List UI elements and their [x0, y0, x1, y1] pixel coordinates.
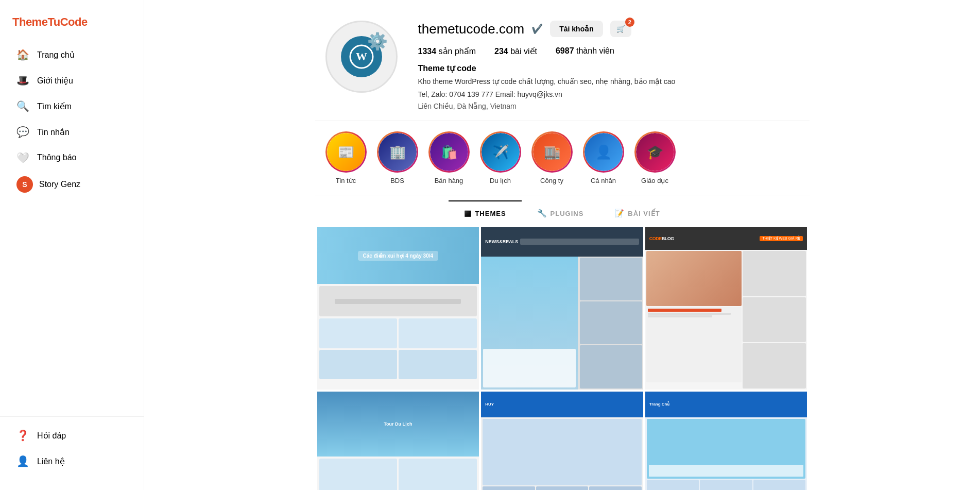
- profile-description: Kho theme WordPress tự code chất lượng, …: [418, 76, 799, 87]
- profile-avatar-wrap: W ⚙️: [325, 21, 398, 93]
- sidebar: ThemeTuCode 🏠 Trang chủ 🎩 Giới thiệu 🔍 T…: [0, 0, 144, 490]
- story-tin-tuc[interactable]: 📰 Tin tức: [325, 131, 367, 184]
- sidebar-label-trang-chu: Trang chủ: [37, 50, 75, 60]
- story-label-giao-duc: Giáo dục: [641, 177, 668, 184]
- plugins-icon: 🔧: [537, 209, 547, 218]
- story-giao-duc[interactable]: 🎓 Giáo dục: [634, 131, 676, 184]
- profile-location: Liên Chiều, Đà Nẵng, Vietnam: [418, 102, 799, 110]
- profile-contact: Tel, Zalo: 0704 139 777 Email: huyvq@jks…: [418, 89, 799, 100]
- tab-plugins[interactable]: 🔧 Plugins: [522, 200, 599, 225]
- sidebar-item-hoi-dap[interactable]: ❓ Hỏi đáp: [4, 423, 140, 448]
- verified-badge-icon: ✔️: [531, 23, 543, 35]
- posts-icon: 📝: [614, 209, 625, 218]
- story-cong-ty[interactable]: 🏬 Công ty: [531, 131, 573, 184]
- grid-item-6[interactable]: Trang Chủ: [645, 392, 807, 490]
- story-label-bds: BDS: [390, 177, 404, 184]
- story-label-cong-ty: Công ty: [540, 177, 563, 184]
- sidebar-item-thong-bao[interactable]: 🤍 Thông báo: [4, 145, 140, 170]
- sidebar-nav: 🏠 Trang chủ 🎩 Giới thiệu 🔍 Tìm kiếm 💬 Ti…: [0, 41, 144, 406]
- grid-row: Các điểm xui hợi 4 ngày 30/4: [317, 227, 807, 490]
- cart-badge: 2: [625, 18, 634, 27]
- grid-item-1[interactable]: Các điểm xui hợi 4 ngày 30/4: [317, 227, 479, 390]
- tab-plugins-label: Plugins: [551, 210, 584, 217]
- story-label-ca-nhan: Cá nhân: [591, 177, 616, 184]
- sidebar-label-thong-bao: Thông báo: [37, 153, 77, 162]
- account-button[interactable]: Tài khoản: [550, 21, 603, 37]
- heart-icon: 🤍: [16, 151, 29, 164]
- contact-icon: 👤: [16, 455, 29, 467]
- sidebar-item-tim-kiem[interactable]: 🔍 Tìm kiếm: [4, 94, 140, 119]
- sidebar-item-lien-he[interactable]: 👤 Liên hệ: [4, 449, 140, 474]
- grid-item-3[interactable]: CODEBLOG THIẾT KẾ WEB GIÁ RẺ: [645, 227, 807, 390]
- story-label-tin-tuc: Tin tức: [336, 177, 356, 184]
- tabs-row: ▦ Themes 🔧 Plugins 📝 Bài viết: [315, 200, 810, 225]
- grid-item-5[interactable]: HUY: [481, 392, 643, 490]
- grid-item-4[interactable]: Tour Du Lịch 2.000.000đ 3.000.000đ: [317, 392, 479, 490]
- svg-text:W: W: [356, 50, 367, 63]
- search-icon: 🔍: [16, 100, 29, 112]
- stat-posts: 234 bài viết: [494, 46, 537, 56]
- story-du-lich[interactable]: ✈️ Du lịch: [480, 131, 521, 184]
- tab-bai-viet[interactable]: 📝 Bài viết: [599, 200, 675, 225]
- story-label-ban-hang: Bán hàng: [435, 177, 463, 184]
- main-content: W ⚙️ themetucode.com ✔️ Tài khoản 🛒 2: [144, 0, 980, 490]
- gear-icon: ⚙️: [367, 31, 388, 51]
- sidebar-label-hoi-dap: Hỏi đáp: [37, 431, 66, 441]
- stat-members: 6987 thành viên: [556, 46, 614, 56]
- stories-row: 📰 Tin tức 🏢 BDS 🛍️ Bán hàng ✈️ Du lịch 🏬: [315, 121, 810, 195]
- story-circle-cong-ty: 🏬: [531, 131, 573, 173]
- profile-name: Theme tự code: [418, 63, 799, 73]
- story-ca-nhan[interactable]: 👤 Cá nhân: [583, 131, 624, 184]
- hat-icon: 🎩: [16, 74, 29, 87]
- sidebar-label-lien-he: Liên hệ: [37, 457, 65, 466]
- sidebar-item-trang-chu[interactable]: 🏠 Trang chủ: [4, 42, 140, 67]
- story-circle-du-lich: ✈️: [480, 131, 521, 173]
- profile-stats: 1334 sản phẩm 234 bài viết 6987 thành vi…: [418, 46, 799, 56]
- themes-icon: ▦: [464, 209, 472, 218]
- tab-themes[interactable]: ▦ Themes: [449, 200, 521, 225]
- story-circle-ban-hang: 🛍️: [428, 131, 470, 173]
- sidebar-label-tin-nhan: Tin nhắn: [37, 127, 70, 137]
- tab-bai-viet-label: Bài viết: [628, 210, 660, 217]
- sidebar-label-tim-kiem: Tìm kiếm: [37, 102, 72, 111]
- tab-themes-label: Themes: [475, 210, 506, 217]
- sidebar-label-gioi-thieu: Giới thiệu: [37, 76, 73, 86]
- sidebar-item-gioi-thieu[interactable]: 🎩 Giới thiệu: [4, 68, 140, 93]
- profile-header: W ⚙️ themetucode.com ✔️ Tài khoản 🛒 2: [315, 0, 810, 121]
- sidebar-item-tin-nhan[interactable]: 💬 Tin nhắn: [4, 120, 140, 144]
- stat-products: 1334 sản phẩm: [418, 46, 476, 56]
- story-genz-avatar: S: [16, 176, 33, 193]
- sidebar-item-story-genz[interactable]: S Story Genz: [4, 171, 140, 198]
- profile-avatar: W ⚙️: [325, 21, 398, 93]
- story-circle-tin-tuc: 📰: [325, 131, 367, 173]
- message-icon: 💬: [16, 126, 29, 138]
- sidebar-bottom: ❓ Hỏi đáp 👤 Liên hệ: [0, 416, 144, 480]
- home-icon: 🏠: [16, 48, 29, 61]
- app-logo: ThemeTuCode: [0, 10, 144, 41]
- story-bds[interactable]: 🏢 BDS: [377, 131, 418, 184]
- story-label-du-lich: Du lịch: [490, 177, 511, 184]
- story-circle-giao-duc: 🎓: [634, 131, 676, 173]
- profile-top-row: themetucode.com ✔️ Tài khoản 🛒 2: [418, 21, 799, 37]
- grid-section: Các điểm xui hợi 4 ngày 30/4: [315, 225, 810, 490]
- cart-button[interactable]: 🛒 2: [610, 21, 631, 37]
- story-ban-hang[interactable]: 🛍️ Bán hàng: [428, 131, 470, 184]
- profile-info: themetucode.com ✔️ Tài khoản 🛒 2 1334 sả…: [418, 21, 799, 110]
- profile-username: themetucode.com: [418, 21, 525, 37]
- question-icon: ❓: [16, 429, 29, 442]
- story-circle-ca-nhan: 👤: [583, 131, 624, 173]
- grid-item-2[interactable]: NEWS&REALS: [481, 227, 643, 390]
- story-genz-label: Story Genz: [39, 180, 80, 189]
- story-circle-bds: 🏢: [377, 131, 418, 173]
- cart-icon: 🛒: [616, 25, 625, 33]
